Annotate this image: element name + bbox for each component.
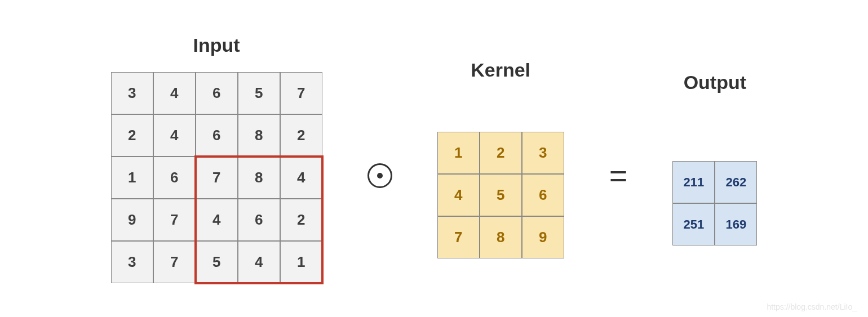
input-cell: 1 bbox=[111, 157, 153, 199]
input-cell: 7 bbox=[280, 72, 322, 114]
input-cell: 6 bbox=[238, 199, 280, 241]
input-cell: 3 bbox=[111, 72, 153, 114]
input-grid: 3 4 6 5 7 2 4 6 8 2 1 6 7 8 4 9 7 4 6 2 … bbox=[111, 72, 322, 283]
input-cell: 7 bbox=[196, 157, 238, 199]
input-cell: 4 bbox=[196, 199, 238, 241]
input-cell: 4 bbox=[153, 114, 196, 157]
kernel-grid: 1 2 3 4 5 6 7 8 9 bbox=[437, 132, 564, 258]
input-cell: 2 bbox=[280, 199, 322, 241]
kernel-cell: 6 bbox=[522, 174, 564, 216]
input-cell: 6 bbox=[196, 72, 238, 114]
diagram-container: Input 3 4 6 5 7 2 4 6 8 2 1 6 7 8 4 9 7 … bbox=[0, 34, 868, 283]
input-cell: 2 bbox=[111, 114, 153, 157]
output-section: Output 211 262 251 169 bbox=[672, 72, 757, 245]
kernel-cell: 2 bbox=[480, 132, 522, 174]
input-cell: 7 bbox=[153, 241, 196, 283]
input-cell: 5 bbox=[196, 241, 238, 283]
input-cell: 4 bbox=[153, 72, 196, 114]
input-cell: 4 bbox=[280, 157, 322, 199]
kernel-cell: 4 bbox=[437, 174, 480, 216]
input-cell: 2 bbox=[280, 114, 322, 157]
output-cell: 169 bbox=[715, 203, 757, 245]
input-cell: 8 bbox=[238, 114, 280, 157]
kernel-cell: 5 bbox=[480, 174, 522, 216]
output-cell: 211 bbox=[672, 161, 715, 203]
output-title: Output bbox=[684, 72, 746, 93]
input-cell: 4 bbox=[238, 241, 280, 283]
input-cell: 1 bbox=[280, 241, 322, 283]
kernel-title: Kernel bbox=[471, 59, 530, 81]
input-cell: 6 bbox=[153, 157, 196, 199]
input-cell: 6 bbox=[196, 114, 238, 157]
kernel-cell: 7 bbox=[437, 216, 480, 258]
input-cell: 8 bbox=[238, 157, 280, 199]
convolution-operator bbox=[367, 119, 392, 232]
output-cell: 262 bbox=[715, 161, 757, 203]
watermark: https://blog.csdn.net/LiIo_ bbox=[767, 302, 857, 311]
input-cell: 3 bbox=[111, 241, 153, 283]
input-title: Input bbox=[193, 34, 240, 56]
inner-dot bbox=[377, 173, 383, 178]
equals-operator: = bbox=[609, 119, 628, 232]
kernel-cell: 3 bbox=[522, 132, 564, 174]
output-grid: 211 262 251 169 bbox=[672, 161, 757, 245]
input-cell: 9 bbox=[111, 199, 153, 241]
kernel-cell: 9 bbox=[522, 216, 564, 258]
circle-dot-icon bbox=[367, 163, 392, 188]
kernel-cell: 8 bbox=[480, 216, 522, 258]
output-cell: 251 bbox=[672, 203, 715, 245]
input-section: Input 3 4 6 5 7 2 4 6 8 2 1 6 7 8 4 9 7 … bbox=[111, 34, 322, 283]
kernel-cell: 1 bbox=[437, 132, 480, 174]
input-cell: 7 bbox=[153, 199, 196, 241]
kernel-section: Kernel 1 2 3 4 5 6 7 8 9 bbox=[437, 59, 564, 258]
input-cell: 5 bbox=[238, 72, 280, 114]
